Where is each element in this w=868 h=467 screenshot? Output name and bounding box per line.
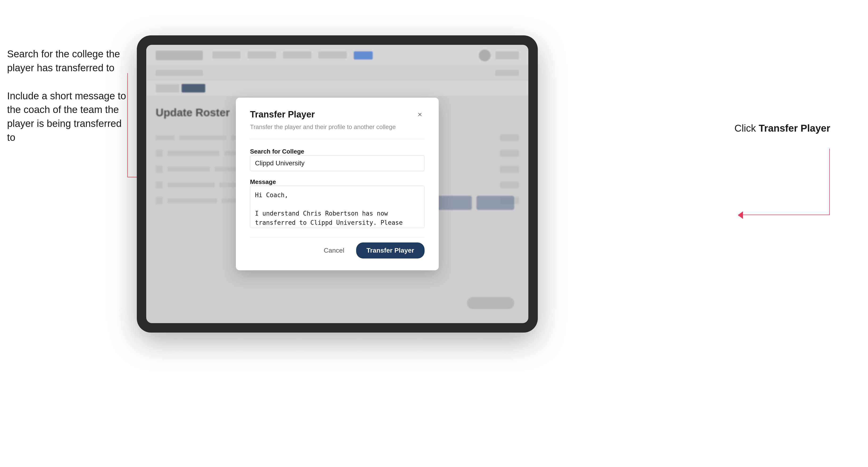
modal-subtitle: Transfer the player and their profile to… bbox=[250, 123, 425, 131]
annotation-text-1: Search for the college the player has tr… bbox=[7, 47, 130, 75]
tablet-frame: Update Roster bbox=[137, 35, 538, 333]
annotation-text-2: Include a short message to the coach of … bbox=[7, 89, 130, 145]
transfer-player-button[interactable]: Transfer Player bbox=[356, 243, 425, 258]
modal-title: Transfer Player bbox=[250, 110, 315, 120]
arrow-line-right-h bbox=[743, 215, 830, 215]
modal-footer: Cancel Transfer Player bbox=[250, 238, 425, 258]
transfer-player-modal: Transfer Player × Transfer the player an… bbox=[236, 98, 439, 270]
arrow-line-right-v bbox=[829, 149, 830, 215]
modal-close-button[interactable]: × bbox=[415, 110, 425, 119]
arrow-line-left-v bbox=[127, 73, 128, 177]
message-textarea[interactable]: Hi Coach, I understand Chris Robertson h… bbox=[250, 186, 425, 228]
cancel-button[interactable]: Cancel bbox=[319, 243, 349, 257]
search-college-input[interactable] bbox=[250, 155, 425, 171]
arrow-tip-right bbox=[738, 211, 743, 219]
annotation-right: Click Transfer Player bbox=[735, 123, 830, 134]
search-college-label: Search for College bbox=[250, 148, 304, 155]
modal-header: Transfer Player × bbox=[250, 110, 425, 120]
modal-overlay: Transfer Player × Transfer the player an… bbox=[146, 45, 528, 323]
modal-divider bbox=[250, 139, 425, 139]
tablet-screen: Update Roster bbox=[146, 45, 528, 323]
message-label: Message bbox=[250, 178, 276, 185]
